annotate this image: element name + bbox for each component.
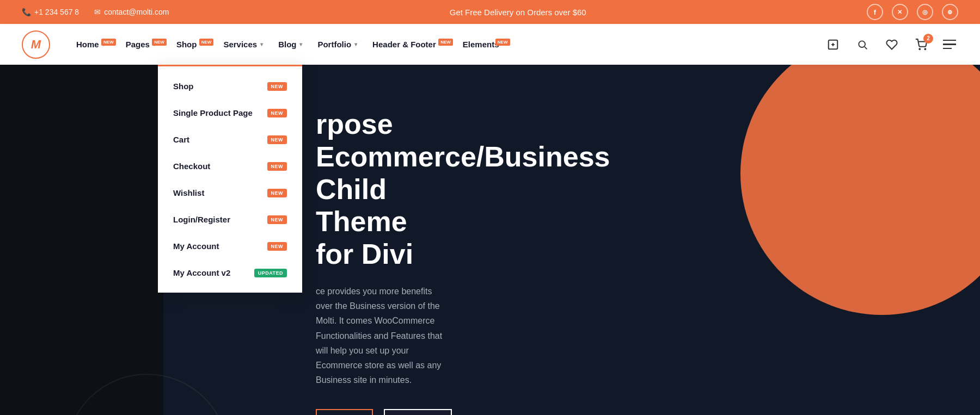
shop-new-badge: NEW — [199, 39, 214, 46]
nav-item-services[interactable]: Services ▾ — [217, 35, 270, 53]
nav-items: Home NEW ▾ Pages NEW ▾ Shop NEW ▾ Servic… — [70, 35, 823, 53]
dd-item-my-account[interactable]: My Account NEW — [158, 233, 302, 259]
top-bar: +1 234 567 8 contact@molti.com Get Free … — [0, 0, 980, 24]
facebook-icon[interactable]: f — [867, 4, 883, 20]
hero-title: rpose Ecommerce/Business Child Theme for… — [316, 108, 446, 271]
nav-item-shop[interactable]: Shop NEW ▾ — [170, 35, 215, 53]
phone-contact[interactable]: +1 234 567 8 — [22, 8, 79, 16]
instagram-icon[interactable]: ◎ — [917, 4, 933, 20]
services-chevron: ▾ — [260, 41, 263, 47]
top-bar-contact: +1 234 567 8 contact@molti.com — [22, 8, 169, 16]
logo[interactable]: M — [22, 30, 50, 59]
social-links: f ✕ ◎ ⊕ — [867, 4, 958, 20]
nav-item-blog[interactable]: Blog ▾ — [272, 35, 309, 53]
hero-circle-decoration — [740, 65, 980, 315]
dribbble-icon[interactable]: ⊕ — [942, 4, 958, 20]
nav-item-portfolio[interactable]: Portfolio ▾ — [311, 35, 364, 53]
svg-point-1 — [859, 41, 865, 47]
svg-point-3 — [919, 48, 920, 49]
portfolio-chevron: ▾ — [354, 41, 357, 47]
x-twitter-icon[interactable]: ✕ — [892, 4, 908, 20]
dd-badge-login-register: NEW — [267, 215, 287, 224]
hf-new-badge: NEW — [438, 39, 453, 46]
elements-new-badge: NEW — [495, 39, 510, 46]
login-button[interactable] — [823, 35, 843, 54]
dd-badge-single-product: NEW — [267, 109, 287, 117]
svg-point-4 — [924, 48, 926, 49]
blog-chevron: ▾ — [299, 41, 302, 47]
dd-badge-my-account-v2: UPDATED — [254, 269, 287, 277]
hero-description: ce provides you more benefits over the B… — [316, 284, 446, 387]
svg-line-2 — [865, 47, 867, 49]
dd-badge-shop: NEW — [267, 82, 287, 91]
dd-badge-my-account: NEW — [267, 242, 287, 251]
dd-item-single-product[interactable]: Single Product Page NEW — [158, 100, 302, 126]
pages-new-badge: NEW — [152, 39, 167, 46]
hero-buttons: BUY NOW → VIEW DEMOS → — [316, 409, 446, 415]
shop-dropdown: Shop NEW Single Product Page NEW Cart NE… — [158, 65, 302, 293]
dd-badge-cart: NEW — [267, 135, 287, 144]
search-button[interactable] — [853, 35, 872, 54]
hero-section: rpose Ecommerce/Business Child Theme for… — [0, 65, 980, 415]
dd-badge-checkout: NEW — [267, 162, 287, 171]
hamburger-menu[interactable] — [941, 38, 958, 52]
email-contact[interactable]: contact@molti.com — [94, 8, 169, 16]
phone-icon — [22, 8, 31, 16]
dd-item-login-register[interactable]: Login/Register NEW — [158, 206, 302, 233]
nav-item-elements[interactable]: Elements NEW — [456, 35, 511, 53]
dd-item-shop[interactable]: Shop NEW — [158, 73, 302, 100]
buy-now-button[interactable]: BUY NOW → — [316, 409, 373, 415]
nav-item-home[interactable]: Home NEW ▾ — [70, 35, 117, 53]
dd-item-my-account-v2[interactable]: My Account v2 UPDATED — [158, 259, 302, 286]
dd-item-checkout[interactable]: Checkout NEW — [158, 153, 302, 179]
nav-bar: M Home NEW ▾ Pages NEW ▾ Shop NEW ▾ Serv… — [0, 24, 980, 65]
promo-text: Get Free Delivery on Orders over $60 — [450, 8, 586, 17]
cart-count-badge: 2 — [923, 34, 933, 44]
logo-letter: M — [31, 38, 41, 52]
dd-badge-wishlist: NEW — [267, 189, 287, 197]
cart-button[interactable]: 2 — [911, 35, 931, 54]
home-new-badge: NEW — [101, 39, 116, 46]
dd-item-cart[interactable]: Cart NEW — [158, 126, 302, 153]
view-demos-button[interactable]: VIEW DEMOS → — [384, 409, 451, 415]
dd-item-wishlist[interactable]: Wishlist NEW — [158, 179, 302, 206]
wishlist-button[interactable] — [882, 35, 902, 54]
email-icon — [94, 8, 101, 16]
nav-right-icons: 2 — [823, 35, 958, 54]
nav-item-header-footer[interactable]: Header & Footer NEW ▾ — [366, 35, 454, 53]
nav-item-pages[interactable]: Pages NEW ▾ — [119, 35, 168, 53]
